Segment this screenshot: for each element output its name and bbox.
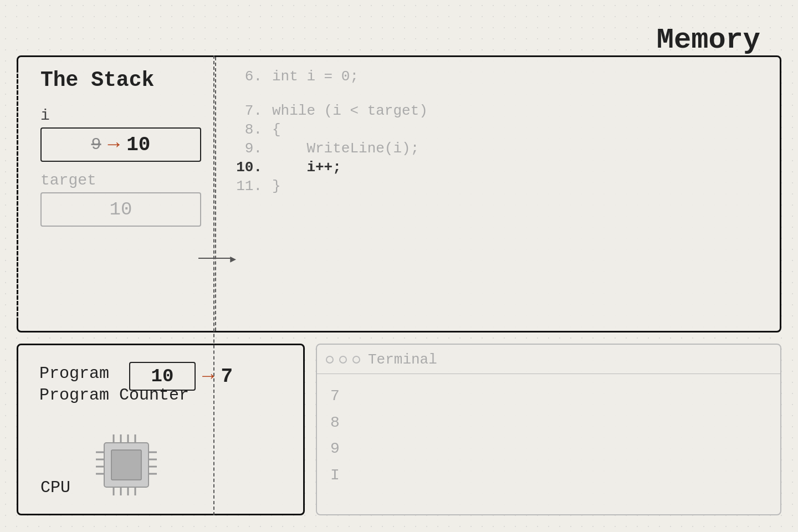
var-i-label: i: [40, 107, 201, 124]
terminal-body: 7 8 9 I: [317, 374, 780, 497]
code-line-9: 9. WriteLine(i);: [234, 140, 769, 157]
i-to-code-arrow: ▶: [198, 258, 232, 259]
var-target-label: target: [40, 172, 201, 189]
code-line-9-num: 9.: [234, 140, 262, 157]
var-i-arrow: →: [108, 134, 120, 156]
code-line-6-text: int i = 0;: [272, 68, 359, 85]
code-line-10: 10. i++;: [234, 159, 769, 176]
terminal-line-3: 9: [330, 436, 767, 462]
code-line-11-text: }: [272, 178, 281, 195]
stack-code-divider: [215, 57, 216, 331]
pc-arrow-icon: →: [202, 365, 214, 388]
var-target-box: 10: [40, 192, 201, 227]
code-line-10-num: 10.: [234, 159, 262, 176]
code-area: 6. int i = 0; 7. while (i < target) 8. {…: [234, 68, 769, 325]
cpu-panel: Program Program Counter 10 → 7 CPU: [17, 344, 305, 515]
code-line-6-num: 6.: [234, 68, 262, 85]
var-i-box: 9 → 10: [40, 127, 201, 162]
var-i-old-value: 9: [91, 135, 101, 154]
code-line-8: 8. {: [234, 121, 769, 138]
memory-label: Memory: [657, 24, 760, 57]
cpu-label: CPU: [40, 478, 70, 497]
pc-value: 10: [151, 366, 174, 387]
code-line-8-num: 8.: [234, 121, 262, 138]
var-i-new-value: 10: [126, 134, 150, 156]
code-line-7: 7. while (i < target): [234, 103, 769, 119]
code-line-9-text: WriteLine(i);: [272, 140, 419, 157]
stack-title: The Stack: [40, 68, 154, 92]
var-target-value: 10: [110, 199, 132, 220]
pc-box-row: 10 → 7: [129, 362, 233, 391]
terminal-dot-2: [339, 356, 347, 364]
svg-rect-1: [111, 450, 141, 480]
code-line-10-text: i++;: [272, 159, 341, 176]
terminal-line-1: 7: [330, 383, 767, 410]
terminal-title: Terminal: [368, 351, 437, 368]
code-line-7-text: while (i < target): [272, 103, 428, 119]
cpu-chip: [90, 429, 162, 504]
terminal-dot-3: [352, 356, 360, 364]
pc-target-value: 7: [221, 365, 233, 388]
terminal-line-2: 8: [330, 410, 767, 436]
top-panel: The Stack i 9 → 10 target 10 6. int i = …: [17, 55, 781, 332]
code-line-11-num: 11.: [234, 178, 262, 195]
pc-value-box: 10: [129, 362, 196, 391]
terminal-line-4: I: [330, 462, 767, 489]
code-line-11: 11. }: [234, 178, 769, 195]
code-line-6: 6. int i = 0;: [234, 68, 769, 85]
stack-variables-area: i 9 → 10 target 10: [40, 107, 201, 227]
terminal-panel: Terminal 7 8 9 I: [316, 344, 781, 515]
terminal-header: Terminal: [317, 345, 780, 374]
code-line-7-num: 7.: [234, 103, 262, 119]
terminal-dot-1: [326, 356, 334, 364]
code-line-8-text: {: [272, 121, 281, 138]
